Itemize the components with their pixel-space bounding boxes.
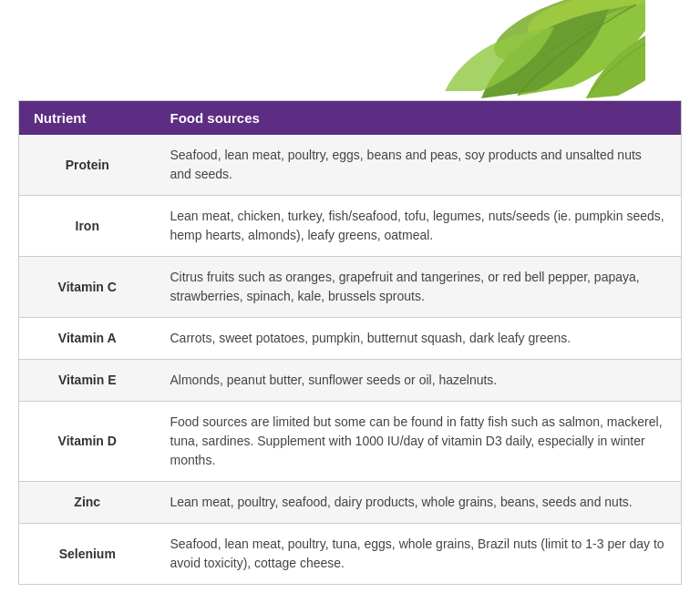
nutrient-cell: Zinc [19, 482, 156, 524]
header-image [0, 0, 700, 100]
nutrient-cell: Iron [19, 196, 156, 257]
nutrient-cell: Vitamin E [19, 360, 156, 402]
column-header-nutrient: Nutrient [19, 101, 156, 136]
table-row: Vitamin ACarrots, sweet potatoes, pumpki… [19, 318, 682, 360]
sources-cell: Food sources are limited but some can be… [156, 402, 682, 482]
table-row: Vitamin DFood sources are limited but so… [19, 402, 682, 482]
table-row: ProteinSeafood, lean meat, poultry, eggs… [19, 135, 682, 196]
sources-cell: Seafood, lean meat, poultry, eggs, beans… [156, 135, 682, 196]
nutrient-cell: Vitamin C [19, 257, 156, 318]
sources-cell: Lean meat, chicken, turkey, fish/seafood… [156, 196, 682, 257]
table-row: Vitamin CCitrus fruits such as oranges, … [19, 257, 682, 318]
leaf-decoration-svg [354, 0, 645, 100]
table-container: Nutrient Food sources ProteinSeafood, le… [0, 100, 700, 612]
table-row: Vitamin EAlmonds, peanut butter, sunflow… [19, 360, 682, 402]
table-row: SeleniumSeafood, lean meat, poultry, tun… [19, 524, 682, 585]
sources-cell: Citrus fruits such as oranges, grapefrui… [156, 257, 682, 318]
table-row: ZincLean meat, poultry, seafood, dairy p… [19, 482, 682, 524]
sources-cell: Lean meat, poultry, seafood, dairy produ… [156, 482, 682, 524]
table-header-row: Nutrient Food sources [19, 101, 682, 136]
nutrient-cell: Selenium [19, 524, 156, 585]
column-header-sources: Food sources [156, 101, 682, 136]
sources-cell: Carrots, sweet potatoes, pumpkin, butter… [156, 318, 682, 360]
nutrient-cell: Vitamin A [19, 318, 156, 360]
nutrient-cell: Protein [19, 135, 156, 196]
sources-cell: Seafood, lean meat, poultry, tuna, eggs,… [156, 524, 682, 585]
page-wrapper: Nutrient Food sources ProteinSeafood, le… [0, 0, 700, 612]
sources-cell: Almonds, peanut butter, sunflower seeds … [156, 360, 682, 402]
nutrient-table: Nutrient Food sources ProteinSeafood, le… [18, 100, 682, 585]
table-row: IronLean meat, chicken, turkey, fish/sea… [19, 196, 682, 257]
nutrient-cell: Vitamin D [19, 402, 156, 482]
